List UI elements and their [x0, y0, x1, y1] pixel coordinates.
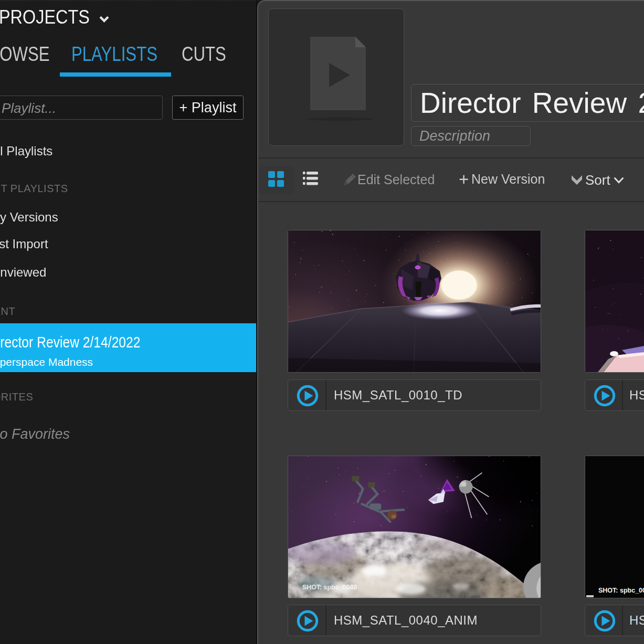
svg-text:SHOT: spbc_0040: SHOT: spbc_0040 [302, 584, 357, 591]
svg-text:SHOT: spbc_00: SHOT: spbc_00 [598, 587, 644, 594]
